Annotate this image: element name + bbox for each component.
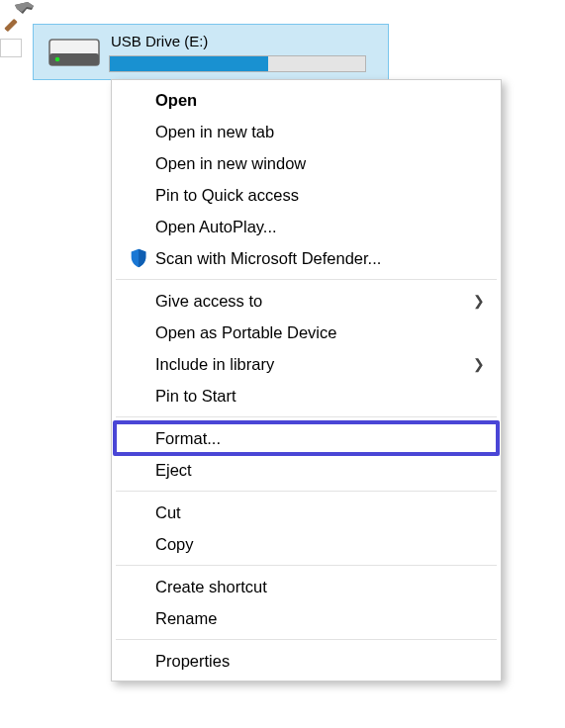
icon-empty — [122, 454, 155, 486]
menu-item-label: Open in new window — [155, 154, 485, 173]
menu-item-open-new-tab[interactable]: Open in new tab — [114, 116, 499, 147]
context-menu: OpenOpen in new tabOpen in new windowPin… — [111, 79, 502, 682]
icon-empty — [122, 211, 155, 242]
icon-empty — [122, 571, 155, 602]
menu-item-label: Give access to — [155, 292, 473, 311]
drive-label: USB Drive (E:) — [105, 33, 378, 49]
icon-empty — [122, 285, 155, 317]
icon-empty — [122, 645, 155, 677]
icon-empty — [122, 179, 155, 211]
menu-item-format[interactable]: Format... — [114, 422, 499, 454]
menu-item-label: Create shortcut — [155, 578, 485, 596]
menu-item-rename[interactable]: Rename — [114, 602, 499, 634]
menu-item-label: Pin to Quick access — [155, 186, 485, 205]
menu-item-open-new-window[interactable]: Open in new window — [114, 147, 499, 179]
icon-empty — [122, 84, 155, 116]
menu-item-label: Open AutoPlay... — [155, 218, 485, 236]
menu-item-label: Open as Portable Device — [155, 323, 485, 342]
menu-item-scan-defender[interactable]: Scan with Microsoft Defender... — [114, 242, 499, 274]
menu-item-label: Pin to Start — [155, 387, 485, 406]
menu-item-label: Eject — [155, 461, 485, 480]
menu-item-pin-quick-access[interactable]: Pin to Quick access — [114, 179, 499, 211]
menu-item-label: Cut — [155, 503, 485, 522]
icon-empty — [122, 116, 155, 147]
menu-item-label: Format... — [155, 429, 485, 448]
drive-item-usb-e[interactable]: USB Drive (E:) — [33, 24, 389, 80]
menu-item-label: Properties — [155, 652, 485, 671]
menu-item-label: Include in library — [155, 355, 473, 374]
icon-empty — [122, 497, 155, 528]
menu-item-include-library[interactable]: Include in library❯ — [114, 348, 499, 380]
tab-stub — [0, 39, 22, 57]
menu-item-label: Open — [155, 91, 485, 110]
menu-item-give-access[interactable]: Give access to❯ — [114, 285, 499, 317]
menu-separator — [116, 639, 497, 640]
menu-item-open-portable[interactable]: Open as Portable Device — [114, 317, 499, 348]
icon-empty — [122, 147, 155, 179]
icon-empty — [122, 380, 155, 411]
shield-icon — [122, 242, 155, 274]
menu-item-create-shortcut[interactable]: Create shortcut — [114, 571, 499, 602]
icon-empty — [122, 348, 155, 380]
menu-item-cut[interactable]: Cut — [114, 497, 499, 528]
menu-item-copy[interactable]: Copy — [114, 528, 499, 560]
icon-empty — [122, 317, 155, 348]
menu-separator — [116, 416, 497, 417]
menu-item-label: Scan with Microsoft Defender... — [155, 249, 485, 268]
icon-empty — [122, 602, 155, 634]
svg-point-3 — [55, 56, 60, 61]
menu-separator — [116, 491, 497, 492]
menu-separator — [116, 279, 497, 280]
menu-item-label: Rename — [155, 609, 485, 628]
menu-item-pin-start[interactable]: Pin to Start — [114, 380, 499, 411]
drive-usage-bar — [109, 55, 366, 72]
menu-item-label: Open in new tab — [155, 123, 485, 141]
menu-item-eject[interactable]: Eject — [114, 454, 499, 486]
icon-empty — [122, 422, 155, 454]
chevron-right-icon: ❯ — [473, 293, 485, 309]
drive-usage-fill — [110, 56, 268, 71]
drive-icon — [44, 31, 105, 73]
svg-rect-0 — [4, 19, 17, 32]
menu-item-label: Copy — [155, 535, 485, 554]
menu-separator — [116, 565, 497, 566]
chevron-right-icon: ❯ — [473, 356, 485, 372]
menu-item-properties[interactable]: Properties — [114, 645, 499, 677]
icon-empty — [122, 528, 155, 560]
menu-item-open-autoplay[interactable]: Open AutoPlay... — [114, 211, 499, 242]
menu-item-open[interactable]: Open — [114, 84, 499, 116]
